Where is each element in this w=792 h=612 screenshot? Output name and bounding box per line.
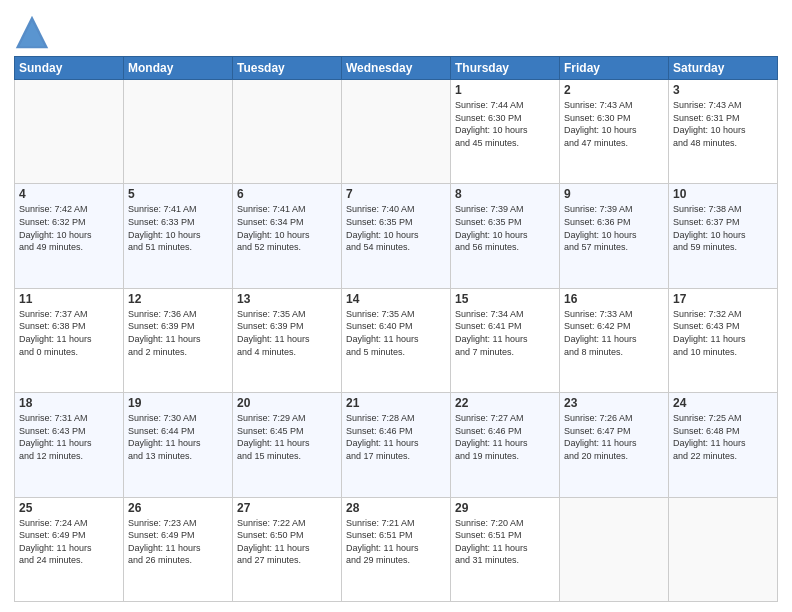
col-header-sunday: Sunday	[15, 57, 124, 80]
calendar-week-3: 11Sunrise: 7:37 AM Sunset: 6:38 PM Dayli…	[15, 288, 778, 392]
day-number: 8	[455, 187, 555, 201]
day-number: 16	[564, 292, 664, 306]
calendar-day-empty	[560, 497, 669, 601]
day-info: Sunrise: 7:43 AM Sunset: 6:31 PM Dayligh…	[673, 99, 773, 149]
day-number: 5	[128, 187, 228, 201]
day-info: Sunrise: 7:28 AM Sunset: 6:46 PM Dayligh…	[346, 412, 446, 462]
calendar-day-27: 27Sunrise: 7:22 AM Sunset: 6:50 PM Dayli…	[233, 497, 342, 601]
calendar-week-4: 18Sunrise: 7:31 AM Sunset: 6:43 PM Dayli…	[15, 393, 778, 497]
day-info: Sunrise: 7:41 AM Sunset: 6:33 PM Dayligh…	[128, 203, 228, 253]
day-info: Sunrise: 7:30 AM Sunset: 6:44 PM Dayligh…	[128, 412, 228, 462]
day-number: 3	[673, 83, 773, 97]
day-number: 25	[19, 501, 119, 515]
calendar-day-8: 8Sunrise: 7:39 AM Sunset: 6:35 PM Daylig…	[451, 184, 560, 288]
day-number: 10	[673, 187, 773, 201]
calendar-day-22: 22Sunrise: 7:27 AM Sunset: 6:46 PM Dayli…	[451, 393, 560, 497]
day-number: 12	[128, 292, 228, 306]
calendar-day-6: 6Sunrise: 7:41 AM Sunset: 6:34 PM Daylig…	[233, 184, 342, 288]
calendar-day-24: 24Sunrise: 7:25 AM Sunset: 6:48 PM Dayli…	[669, 393, 778, 497]
day-info: Sunrise: 7:35 AM Sunset: 6:40 PM Dayligh…	[346, 308, 446, 358]
day-info: Sunrise: 7:26 AM Sunset: 6:47 PM Dayligh…	[564, 412, 664, 462]
day-number: 24	[673, 396, 773, 410]
calendar-day-18: 18Sunrise: 7:31 AM Sunset: 6:43 PM Dayli…	[15, 393, 124, 497]
day-info: Sunrise: 7:37 AM Sunset: 6:38 PM Dayligh…	[19, 308, 119, 358]
day-info: Sunrise: 7:39 AM Sunset: 6:35 PM Dayligh…	[455, 203, 555, 253]
day-number: 26	[128, 501, 228, 515]
calendar-day-5: 5Sunrise: 7:41 AM Sunset: 6:33 PM Daylig…	[124, 184, 233, 288]
day-number: 15	[455, 292, 555, 306]
calendar-day-12: 12Sunrise: 7:36 AM Sunset: 6:39 PM Dayli…	[124, 288, 233, 392]
calendar-day-19: 19Sunrise: 7:30 AM Sunset: 6:44 PM Dayli…	[124, 393, 233, 497]
day-info: Sunrise: 7:29 AM Sunset: 6:45 PM Dayligh…	[237, 412, 337, 462]
day-number: 18	[19, 396, 119, 410]
calendar-day-empty	[669, 497, 778, 601]
calendar-day-9: 9Sunrise: 7:39 AM Sunset: 6:36 PM Daylig…	[560, 184, 669, 288]
col-header-thursday: Thursday	[451, 57, 560, 80]
day-number: 1	[455, 83, 555, 97]
day-info: Sunrise: 7:25 AM Sunset: 6:48 PM Dayligh…	[673, 412, 773, 462]
day-info: Sunrise: 7:36 AM Sunset: 6:39 PM Dayligh…	[128, 308, 228, 358]
day-info: Sunrise: 7:33 AM Sunset: 6:42 PM Dayligh…	[564, 308, 664, 358]
calendar-day-14: 14Sunrise: 7:35 AM Sunset: 6:40 PM Dayli…	[342, 288, 451, 392]
day-number: 29	[455, 501, 555, 515]
day-number: 28	[346, 501, 446, 515]
calendar-week-5: 25Sunrise: 7:24 AM Sunset: 6:49 PM Dayli…	[15, 497, 778, 601]
col-header-wednesday: Wednesday	[342, 57, 451, 80]
day-number: 11	[19, 292, 119, 306]
calendar-day-2: 2Sunrise: 7:43 AM Sunset: 6:30 PM Daylig…	[560, 80, 669, 184]
calendar-day-26: 26Sunrise: 7:23 AM Sunset: 6:49 PM Dayli…	[124, 497, 233, 601]
day-number: 22	[455, 396, 555, 410]
calendar-day-3: 3Sunrise: 7:43 AM Sunset: 6:31 PM Daylig…	[669, 80, 778, 184]
calendar-day-13: 13Sunrise: 7:35 AM Sunset: 6:39 PM Dayli…	[233, 288, 342, 392]
col-header-monday: Monday	[124, 57, 233, 80]
calendar-week-1: 1Sunrise: 7:44 AM Sunset: 6:30 PM Daylig…	[15, 80, 778, 184]
calendar-day-28: 28Sunrise: 7:21 AM Sunset: 6:51 PM Dayli…	[342, 497, 451, 601]
calendar-day-empty	[342, 80, 451, 184]
day-info: Sunrise: 7:21 AM Sunset: 6:51 PM Dayligh…	[346, 517, 446, 567]
day-number: 19	[128, 396, 228, 410]
calendar-day-1: 1Sunrise: 7:44 AM Sunset: 6:30 PM Daylig…	[451, 80, 560, 184]
calendar-day-empty	[233, 80, 342, 184]
calendar-day-20: 20Sunrise: 7:29 AM Sunset: 6:45 PM Dayli…	[233, 393, 342, 497]
logo	[14, 14, 52, 50]
calendar-header-row: SundayMondayTuesdayWednesdayThursdayFrid…	[15, 57, 778, 80]
calendar-day-empty	[124, 80, 233, 184]
day-number: 27	[237, 501, 337, 515]
col-header-friday: Friday	[560, 57, 669, 80]
day-number: 23	[564, 396, 664, 410]
day-info: Sunrise: 7:32 AM Sunset: 6:43 PM Dayligh…	[673, 308, 773, 358]
calendar-week-2: 4Sunrise: 7:42 AM Sunset: 6:32 PM Daylig…	[15, 184, 778, 288]
calendar-day-7: 7Sunrise: 7:40 AM Sunset: 6:35 PM Daylig…	[342, 184, 451, 288]
calendar-day-25: 25Sunrise: 7:24 AM Sunset: 6:49 PM Dayli…	[15, 497, 124, 601]
calendar-day-10: 10Sunrise: 7:38 AM Sunset: 6:37 PM Dayli…	[669, 184, 778, 288]
calendar-day-16: 16Sunrise: 7:33 AM Sunset: 6:42 PM Dayli…	[560, 288, 669, 392]
day-info: Sunrise: 7:39 AM Sunset: 6:36 PM Dayligh…	[564, 203, 664, 253]
day-info: Sunrise: 7:38 AM Sunset: 6:37 PM Dayligh…	[673, 203, 773, 253]
calendar-day-4: 4Sunrise: 7:42 AM Sunset: 6:32 PM Daylig…	[15, 184, 124, 288]
day-info: Sunrise: 7:20 AM Sunset: 6:51 PM Dayligh…	[455, 517, 555, 567]
day-number: 13	[237, 292, 337, 306]
day-info: Sunrise: 7:41 AM Sunset: 6:34 PM Dayligh…	[237, 203, 337, 253]
col-header-saturday: Saturday	[669, 57, 778, 80]
day-number: 4	[19, 187, 119, 201]
day-info: Sunrise: 7:40 AM Sunset: 6:35 PM Dayligh…	[346, 203, 446, 253]
day-info: Sunrise: 7:22 AM Sunset: 6:50 PM Dayligh…	[237, 517, 337, 567]
day-number: 21	[346, 396, 446, 410]
day-info: Sunrise: 7:42 AM Sunset: 6:32 PM Dayligh…	[19, 203, 119, 253]
day-info: Sunrise: 7:24 AM Sunset: 6:49 PM Dayligh…	[19, 517, 119, 567]
calendar-day-17: 17Sunrise: 7:32 AM Sunset: 6:43 PM Dayli…	[669, 288, 778, 392]
day-number: 14	[346, 292, 446, 306]
day-number: 6	[237, 187, 337, 201]
day-number: 17	[673, 292, 773, 306]
day-info: Sunrise: 7:27 AM Sunset: 6:46 PM Dayligh…	[455, 412, 555, 462]
day-number: 7	[346, 187, 446, 201]
day-info: Sunrise: 7:34 AM Sunset: 6:41 PM Dayligh…	[455, 308, 555, 358]
calendar-day-empty	[15, 80, 124, 184]
calendar-day-21: 21Sunrise: 7:28 AM Sunset: 6:46 PM Dayli…	[342, 393, 451, 497]
col-header-tuesday: Tuesday	[233, 57, 342, 80]
calendar-day-15: 15Sunrise: 7:34 AM Sunset: 6:41 PM Dayli…	[451, 288, 560, 392]
day-number: 20	[237, 396, 337, 410]
day-info: Sunrise: 7:44 AM Sunset: 6:30 PM Dayligh…	[455, 99, 555, 149]
day-info: Sunrise: 7:23 AM Sunset: 6:49 PM Dayligh…	[128, 517, 228, 567]
day-number: 9	[564, 187, 664, 201]
